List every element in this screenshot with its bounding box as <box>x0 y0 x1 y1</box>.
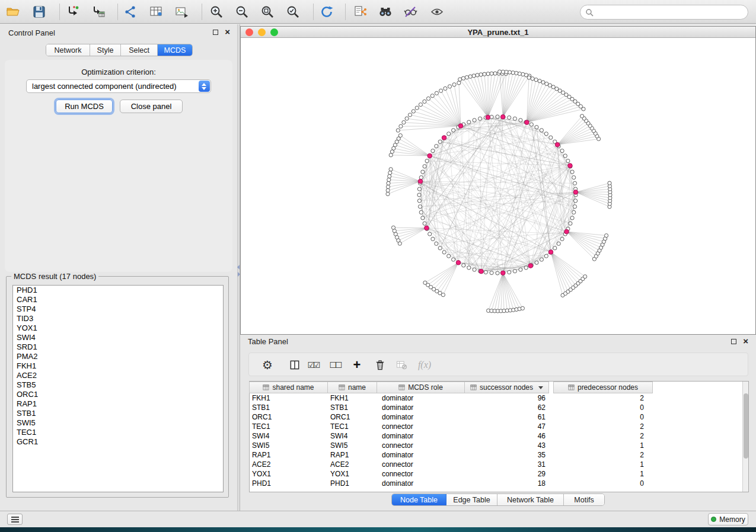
gear-icon[interactable]: ⚙ <box>260 357 275 373</box>
criterion-dropdown[interactable]: largest connected component (undirected) <box>26 79 211 93</box>
mcds-result-item[interactable]: CAR1 <box>13 295 223 305</box>
cell-name: STB1 <box>330 403 348 412</box>
column-header-successor-nodes[interactable]: successor nodes <box>464 382 549 393</box>
column-header-shared-name[interactable]: shared name <box>249 382 328 393</box>
mcds-result-item[interactable]: YOX1 <box>13 323 223 333</box>
close-panel-icon[interactable]: × <box>225 27 230 37</box>
table-scrollbar[interactable] <box>742 382 748 492</box>
cell-shared-name: ACE2 <box>252 460 270 469</box>
tab-node-table[interactable]: Node Table <box>392 494 446 505</box>
mcds-result-item[interactable]: SWI5 <box>13 418 223 428</box>
mcds-result-item[interactable]: SWI4 <box>13 333 223 342</box>
table-row[interactable]: ORC1ORC1dominator610 <box>250 412 741 422</box>
tab-mcds[interactable]: MCDS <box>158 44 192 56</box>
cell-name: SWI4 <box>330 431 347 441</box>
table-row[interactable]: TEC1TEC1connector472 <box>250 422 741 431</box>
tab-edge-table[interactable]: Edge Table <box>446 494 497 505</box>
mcds-result-item[interactable]: RAP1 <box>13 399 223 409</box>
network-view-window: YPA_prune.txt_1 <box>240 26 756 335</box>
mcds-result-list[interactable]: PHD1CAR1STP4TID3YOX1SWI4SRD1PMA2FKH1ACE2… <box>12 285 224 492</box>
cell-successor-nodes: 29 <box>465 469 549 479</box>
float-panel-icon[interactable] <box>213 30 218 35</box>
mcds-result-item[interactable]: PMA2 <box>13 352 223 361</box>
refresh-icon[interactable] <box>319 4 334 20</box>
mcds-result-item[interactable]: FKH1 <box>13 361 223 371</box>
cell-name: TEC1 <box>330 422 349 431</box>
table-row[interactable]: STB1STB1dominator620 <box>250 403 741 412</box>
tab-network-table[interactable]: Network Table <box>497 494 564 505</box>
mcds-result-item[interactable]: TID3 <box>13 314 223 323</box>
scrollbar-thumb[interactable] <box>744 393 748 459</box>
import-table-icon[interactable] <box>91 4 107 20</box>
zoom-out-icon[interactable] <box>234 4 250 20</box>
import-network-icon[interactable] <box>66 4 81 20</box>
table-row[interactable]: ACE2ACE2connector311 <box>250 460 741 469</box>
cell-predecessor-nodes: 1 <box>554 460 650 469</box>
cell-shared-name: YOX1 <box>252 469 271 479</box>
collapse-left-icon[interactable] <box>237 265 240 270</box>
zoom-in-icon[interactable] <box>209 4 224 20</box>
mcds-result-item[interactable]: GCR1 <box>13 437 223 447</box>
mcds-result-item[interactable]: STP4 <box>13 305 223 314</box>
share-network-icon[interactable] <box>123 4 138 20</box>
optimization-criterion-label: Optimization criterion: <box>0 68 237 76</box>
network-table-icon[interactable] <box>148 4 164 20</box>
tab-style[interactable]: Style <box>90 44 121 56</box>
search-network-icon[interactable] <box>378 4 393 20</box>
cell-successor-nodes: 18 <box>465 479 549 488</box>
mcds-result-item[interactable]: SRD1 <box>13 342 223 352</box>
show-eye-icon[interactable] <box>429 4 445 20</box>
cell-successor-nodes: 47 <box>465 422 549 431</box>
run-mcds-button[interactable]: Run MCDS <box>56 100 113 113</box>
zoom-selected-icon[interactable] <box>285 4 301 20</box>
column-header-name[interactable]: name <box>327 382 377 393</box>
mcds-result-item[interactable]: STB1 <box>13 409 223 418</box>
open-folder-icon[interactable] <box>5 4 21 20</box>
mcds-result-item[interactable]: PHD1 <box>13 286 223 295</box>
search-input[interactable] <box>596 6 744 18</box>
deselect-all-icon[interactable]: ☐☐ <box>327 357 343 373</box>
export-image-icon[interactable] <box>174 4 189 20</box>
network-canvas[interactable] <box>241 38 755 334</box>
mcds-result-item[interactable]: ORC1 <box>13 390 223 399</box>
network-window-titlebar[interactable]: YPA_prune.txt_1 <box>241 27 755 38</box>
memory-button[interactable]: Memory <box>708 513 748 525</box>
close-table-panel-icon[interactable]: × <box>743 336 748 346</box>
table-panel: Table Panel × ⚙ ☑☑ ☐☐ + f(x) shared name… <box>240 335 756 511</box>
cell-predecessor-nodes: 2 <box>554 431 650 441</box>
mcds-result-item[interactable]: STB5 <box>13 380 223 390</box>
network-window-title: YPA_prune.txt_1 <box>241 28 755 37</box>
mcds-result-item[interactable]: ACE2 <box>13 371 223 380</box>
cell-MCDS-role: dominator <box>382 393 413 403</box>
column-header-MCDS-role[interactable]: MCDS role <box>377 382 465 393</box>
table-row[interactable]: PHD1PHD1dominator180 <box>250 479 741 488</box>
table-row[interactable]: SWI4SWI4dominator462 <box>250 431 741 441</box>
task-history-button[interactable] <box>7 514 23 525</box>
tab-select[interactable]: Select <box>121 44 158 56</box>
save-icon[interactable] <box>31 4 47 20</box>
close-panel-button[interactable]: Close panel <box>120 100 183 113</box>
select-all-icon[interactable]: ☑☑ <box>305 357 321 373</box>
column-settings-icon[interactable] <box>287 357 302 373</box>
float-table-panel-icon[interactable] <box>731 339 736 344</box>
mcds-result-title: MCDS result (17 nodes) <box>11 272 98 281</box>
hide-glasses-icon[interactable] <box>403 4 418 20</box>
control-panel: Control Panel × NetworkStyleSelectMCDS O… <box>0 24 237 511</box>
table-row[interactable]: RAP1RAP1dominator352 <box>250 450 741 460</box>
zoom-fit-icon[interactable] <box>260 4 275 20</box>
node-table: shared namenameMCDS rolesuccessor nodesp… <box>249 381 749 492</box>
cell-name: ORC1 <box>330 412 350 422</box>
column-header-predecessor-nodes[interactable]: predecessor nodes <box>553 382 653 393</box>
toolbar-separator <box>117 4 118 20</box>
share-document-icon[interactable] <box>352 4 368 20</box>
table-row[interactable]: YOX1YOX1connector291 <box>250 469 741 479</box>
cell-successor-nodes: 35 <box>465 450 549 460</box>
table-row[interactable]: SWI5SWI5connector431 <box>250 441 741 450</box>
add-column-icon[interactable]: + <box>349 357 365 373</box>
table-row[interactable]: FKH1FKH1dominator962 <box>250 393 741 403</box>
tab-motifs[interactable]: Motifs <box>564 494 604 505</box>
cell-name: YOX1 <box>330 469 349 479</box>
delete-icon[interactable] <box>372 357 388 373</box>
tab-network[interactable]: Network <box>46 44 90 56</box>
mcds-result-item[interactable]: TEC1 <box>13 428 223 437</box>
